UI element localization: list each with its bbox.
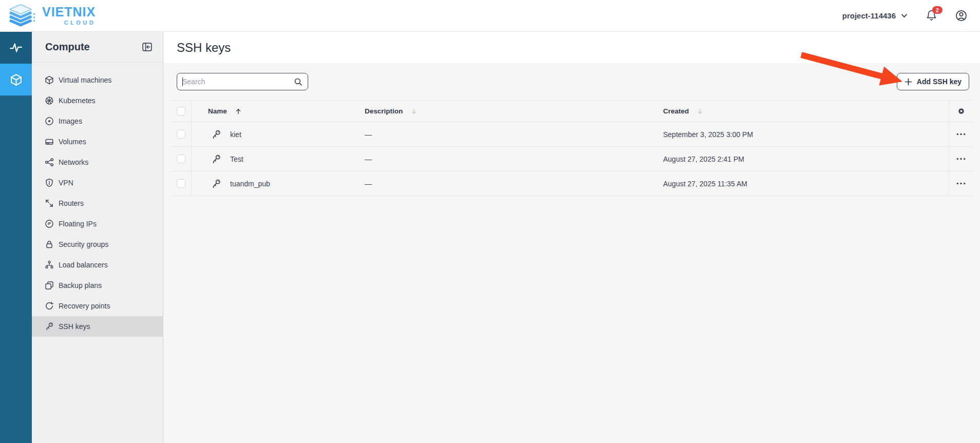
ssh-key-name: kiet <box>230 130 241 139</box>
row-actions-button[interactable] <box>956 133 966 136</box>
ssh-key-description: — <box>365 130 372 139</box>
search-icon <box>294 78 303 86</box>
sidebar-nav: Virtual machines Kubernetes Images Volum… <box>32 63 163 337</box>
search-box <box>177 73 308 90</box>
column-settings-button[interactable] <box>957 107 966 115</box>
layers-stack-icon <box>7 3 37 29</box>
vietnix-logo: VIETNIX CLOUD <box>7 3 96 29</box>
ssh-key-description: — <box>365 155 372 163</box>
notification-count-badge: 2 <box>932 6 943 14</box>
main-content: SSH keys Add SSH key Name D <box>163 32 980 443</box>
icon-rail <box>0 32 32 443</box>
empty-area <box>163 196 980 443</box>
key-icon <box>211 154 221 164</box>
project-selector-label: project-114436 <box>842 11 896 20</box>
notifications-button[interactable]: 2 <box>926 10 937 22</box>
rail-item-compute[interactable] <box>0 64 32 95</box>
sidebar-item-kubernetes[interactable]: Kubernetes <box>32 90 163 111</box>
text-caret <box>182 78 183 86</box>
sidebar-item-images[interactable]: Images <box>32 111 163 131</box>
ellipsis-icon <box>956 182 966 185</box>
key-icon <box>211 179 221 189</box>
sidebar-item-label: Images <box>59 117 82 125</box>
sidebar-item-ssh-keys[interactable]: SSH keys <box>32 316 163 337</box>
table-header-row: Name Description Created <box>171 101 973 122</box>
row-checkbox[interactable] <box>177 179 185 188</box>
key-icon <box>211 129 221 140</box>
page-title: SSH keys <box>177 41 231 55</box>
sidebar-item-label: VPN <box>59 179 73 187</box>
sidebar-item-label: SSH keys <box>59 322 90 331</box>
ssh-key-created: August 27, 2025 2:41 PM <box>663 155 744 163</box>
select-all-cell <box>171 101 192 122</box>
ellipsis-icon <box>956 158 966 160</box>
sidebar-item-load-balancers[interactable]: Load balancers <box>32 255 163 275</box>
sort-arrow-down-icon <box>411 108 417 114</box>
sidebar-item-backup-plans[interactable]: Backup plans <box>32 275 163 296</box>
sidebar-item-floating-ips[interactable]: IP Floating IPs <box>32 214 163 234</box>
collapse-sidebar-button[interactable] <box>142 42 153 52</box>
sidebar-title: Compute <box>45 41 90 53</box>
plus-icon <box>904 78 912 86</box>
table-settings-cell <box>949 101 973 122</box>
row-actions-button[interactable] <box>956 158 966 160</box>
collapse-panel-icon <box>142 42 153 52</box>
sidebar-item-label: Load balancers <box>59 261 108 269</box>
toolbar: Add SSH key <box>163 63 980 100</box>
compute-sidebar: Compute Virtual machines Kubernetes Imag… <box>32 32 163 443</box>
sidebar-item-recovery-points[interactable]: Recovery points <box>32 296 163 316</box>
sidebar-item-vpn[interactable]: VPN <box>32 172 163 193</box>
account-button[interactable] <box>955 9 968 22</box>
table-row[interactable]: Test — August 27, 2025 2:41 PM <box>171 147 973 171</box>
svg-text:IP: IP <box>48 222 51 225</box>
add-ssh-key-label: Add SSH key <box>917 78 962 86</box>
pulse-icon <box>9 41 23 54</box>
brand-name: VIETNIX <box>42 6 96 18</box>
sidebar-item-networks[interactable]: Networks <box>32 152 163 172</box>
search-input[interactable] <box>182 78 294 86</box>
add-ssh-key-button[interactable]: Add SSH key <box>897 73 969 90</box>
sidebar-item-label: Floating IPs <box>59 220 97 228</box>
row-checkbox[interactable] <box>177 155 185 163</box>
column-header-description[interactable]: Description <box>360 101 660 122</box>
sidebar-item-label: Networks <box>59 158 88 166</box>
sidebar-item-label: Routers <box>59 199 84 207</box>
gear-icon <box>957 107 966 115</box>
select-all-checkbox[interactable] <box>177 107 185 115</box>
project-selector[interactable]: project-114436 <box>842 11 908 20</box>
sidebar-item-label: Recovery points <box>59 302 110 310</box>
sort-arrow-up-icon <box>235 108 241 114</box>
column-header-created[interactable]: Created <box>660 101 949 122</box>
sort-arrow-down-icon <box>697 108 703 114</box>
sidebar-item-volumes[interactable]: Volumes <box>32 131 163 152</box>
floating-ip-icon: IP <box>45 219 54 228</box>
ssh-key-name: tuandm_pub <box>230 180 270 188</box>
sidebar-item-virtual-machines[interactable]: Virtual machines <box>32 70 163 90</box>
ellipsis-icon <box>956 133 966 136</box>
sidebar-item-routers[interactable]: Routers <box>32 193 163 214</box>
top-bar: VIETNIX CLOUD project-114436 2 <box>0 0 980 32</box>
ssh-key-created: August 27, 2025 11:35 AM <box>663 180 747 188</box>
ssh-key-description: — <box>365 180 372 188</box>
rail-item-monitoring[interactable] <box>0 32 32 64</box>
table-row[interactable]: tuandm_pub — August 27, 2025 11:35 AM <box>171 171 973 196</box>
sidebar-item-label: Security groups <box>59 240 108 248</box>
ssh-key-name: Test <box>230 155 243 163</box>
column-header-name[interactable]: Name <box>192 101 360 122</box>
ssh-key-created: September 3, 2025 3:00 PM <box>663 130 753 139</box>
sidebar-item-label: Kubernetes <box>59 97 96 105</box>
brand-subtitle: CLOUD <box>64 20 96 26</box>
user-circle-icon <box>955 9 968 22</box>
row-actions-button[interactable] <box>956 182 966 185</box>
table-row[interactable]: kiet — September 3, 2025 3:00 PM <box>171 122 973 147</box>
sidebar-item-security-groups[interactable]: Security groups <box>32 234 163 255</box>
ssh-keys-table: Name Description Created <box>171 100 973 196</box>
sidebar-item-label: Virtual machines <box>59 76 111 84</box>
sidebar-item-label: Volumes <box>59 138 86 146</box>
chevron-down-icon <box>900 12 908 20</box>
row-checkbox[interactable] <box>177 130 185 139</box>
cube-icon <box>10 73 23 86</box>
sidebar-item-label: Backup plans <box>59 281 102 290</box>
